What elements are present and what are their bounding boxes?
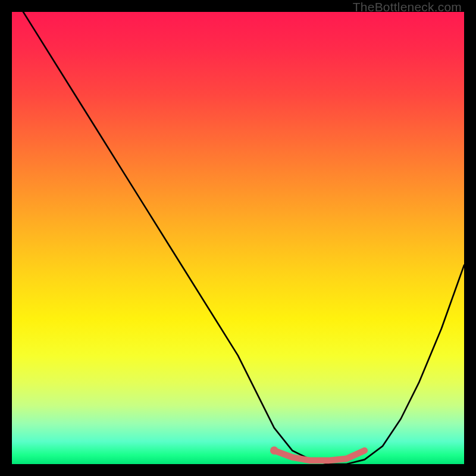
bottleneck-curve-path xyxy=(12,12,464,464)
chart-frame: TheBottleneck.com xyxy=(0,0,476,476)
chart-svg xyxy=(12,12,464,464)
optimal-range-path xyxy=(274,450,365,461)
optimal-start-dot xyxy=(270,446,278,455)
